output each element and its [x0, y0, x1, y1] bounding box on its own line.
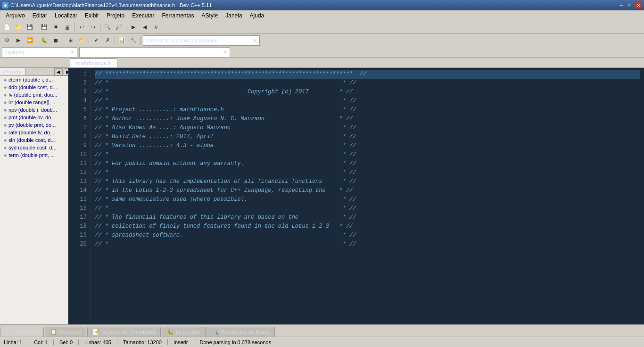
sidebar-item[interactable]: term (double pmt, ...	[0, 151, 68, 159]
bottom-tab-depurador[interactable]: 🐛Depurador	[162, 327, 206, 337]
print-button[interactable]: 🖨	[62, 22, 72, 33]
new-button[interactable]: 📄	[2, 22, 12, 33]
code-line: // * The financial features of this libr…	[95, 213, 640, 222]
size-label: Tamanho:	[123, 339, 146, 345]
sidebar-items-list: cterm (double i, d...ddb (double cost, d…	[0, 76, 68, 159]
minimize-button[interactable]: ─	[618, 2, 625, 8]
size-value: 13200	[147, 339, 162, 345]
bottom-tab-icon: 🐛	[167, 329, 174, 335]
settings-button[interactable]: 🔧	[128, 35, 139, 46]
replace-button[interactable]: 🔎	[114, 22, 124, 33]
code-editor[interactable]: 1234567891011121314151617181920 // *****…	[68, 68, 644, 324]
line-number: 6	[68, 115, 87, 124]
bottom-tab-compilador[interactable]: ⚙Compilador	[0, 327, 44, 337]
indent-button[interactable]: ▶	[128, 22, 139, 33]
sidebar-nav-next[interactable]: ▶	[64, 68, 68, 75]
sidebar-item[interactable]: pmt (double pv, do...	[0, 114, 68, 121]
menu-item-astyle[interactable]: AStyle	[198, 10, 222, 21]
sidebar-item[interactable]: rate (double fv, do...	[0, 129, 68, 136]
sidebar-item[interactable]: cterm (double i, d...	[0, 76, 68, 83]
menu-item-exibir[interactable]: Exibir	[81, 10, 103, 21]
profile-button[interactable]: 📊	[117, 35, 127, 46]
menu-bar: ArquivoEditarLocalizarExibirProjetoExecu…	[0, 10, 644, 21]
sidebar-item[interactable]: ddb (double cost, d...	[0, 83, 68, 91]
status-message: Done parsing in 0,078 seconds	[200, 339, 277, 345]
bottom-tab-icon: 📋	[50, 329, 57, 335]
sidebar-item[interactable]: syd (double cost, d...	[0, 144, 68, 151]
find-button[interactable]: 🔍	[102, 22, 113, 33]
code-line: // * For public domain without any warra…	[95, 159, 640, 168]
bottom-tab-registro-do-compilador[interactable]: 📝Registro do Compilador	[87, 327, 161, 337]
line-number: 17	[68, 213, 87, 222]
line-number: 1	[68, 70, 87, 79]
sidebar-item[interactable]: fv (double pmt, dou...	[0, 91, 68, 99]
sidebar-item[interactable]: pv (double pmt, do...	[0, 121, 68, 129]
separator-2	[74, 23, 74, 32]
outdent-button[interactable]: ◀	[140, 22, 150, 33]
bottom-tab-icon: ⚙	[5, 329, 10, 335]
code-line: // * Copyright (c) 2017 * //	[95, 88, 640, 97]
line-number: 2	[68, 79, 87, 88]
save-button[interactable]: 💾	[25, 22, 35, 33]
code-line: // * This library has the implementation…	[95, 177, 640, 186]
redo-button[interactable]: ↪	[88, 22, 98, 33]
sidebar-tab-classes[interactable]: Classes	[26, 68, 52, 75]
compiler-combo[interactable]: TDM-GCC 4.9.2 64-bit Release ▼	[143, 35, 260, 46]
menu-item-projeto[interactable]: Projeto	[103, 10, 128, 21]
compile-button[interactable]: ⚙	[2, 35, 12, 46]
line-number: 5	[68, 106, 87, 115]
line-number: 15	[68, 195, 87, 204]
second-combo[interactable]: ▼	[79, 47, 230, 58]
menu-item-ferramentas[interactable]: Ferramentas	[158, 10, 198, 21]
code-line: // * spreadsheet software. * //	[95, 231, 640, 240]
globals-combo[interactable]: (globals) ▼	[2, 47, 77, 58]
menu-item-janela[interactable]: Janela	[222, 10, 246, 21]
menu-item-arquivo[interactable]: Arquivo	[2, 10, 29, 21]
line-number: 13	[68, 177, 87, 186]
open-button[interactable]: 📁	[13, 22, 24, 33]
check-button[interactable]: ✔	[91, 35, 101, 46]
line-number: 12	[68, 168, 87, 177]
bottom-tab-resultados-da-busca[interactable]: 🔍Resultados da Busca	[206, 327, 275, 337]
sidebar-item[interactable]: irr (double range[], ...	[0, 99, 68, 106]
code-line: // * collection of finely-tuned features…	[95, 222, 640, 231]
toggle-comment-button[interactable]: //	[151, 22, 161, 33]
file-tab[interactable]: mathfinance.h	[70, 58, 117, 67]
sidebar-tab-project[interactable]: Projeto	[0, 68, 26, 75]
line-number: 3	[68, 88, 87, 97]
sidebar-item[interactable]: sln (double cost, d...	[0, 136, 68, 144]
menu-item-editar[interactable]: Editar	[29, 10, 51, 21]
status-line: Linha: 1	[4, 339, 28, 345]
close-tab-button[interactable]: ✖	[50, 22, 61, 33]
compile-run-button[interactable]: ⏩	[25, 35, 35, 46]
menu-item-ajuda[interactable]: Ajuda	[246, 10, 268, 21]
menu-item-localizar[interactable]: Localizar	[51, 10, 81, 21]
stop-button[interactable]: ⏹	[50, 35, 61, 46]
separator-9	[140, 36, 141, 45]
cross-button[interactable]: ✗	[102, 35, 113, 46]
sidebar-item[interactable]: npv (double i, doub...	[0, 106, 68, 114]
line-number: 7	[68, 124, 87, 132]
save-all-button[interactable]: 💾	[39, 22, 50, 33]
line-number: 9	[68, 141, 87, 150]
compiler-combo-label: TDM-GCC 4.9.2 64-bit Release	[145, 38, 217, 43]
menu-item-executar[interactable]: Executar	[128, 10, 158, 21]
code-line: // * Build Date ......: 2017, April * //	[95, 132, 640, 141]
new-proj-button[interactable]: ⊞	[65, 35, 75, 46]
code-area[interactable]: // *************************************…	[91, 68, 644, 324]
debug-button[interactable]: 🐛	[39, 35, 50, 46]
separator-6	[63, 36, 63, 45]
titlebar-left: ◆ C:\Users\Augusto\Desktop\MathFinance12…	[2, 2, 212, 8]
undo-button[interactable]: ↩	[76, 22, 87, 33]
run-button[interactable]: ▶	[13, 35, 24, 46]
sidebar-nav-prev[interactable]: ◀	[54, 68, 63, 75]
code-line: // * Also Known As ....: Augusto Manzano…	[95, 124, 640, 132]
separator-7	[89, 36, 89, 45]
close-button[interactable]: ✕	[635, 2, 642, 8]
bottom-tab-recursos[interactable]: 📋Recursos	[45, 327, 86, 337]
open-proj-button[interactable]: 📂	[76, 35, 87, 46]
sel-value: 0	[70, 339, 73, 345]
maximize-button[interactable]: □	[626, 2, 634, 8]
separator-8	[115, 36, 115, 45]
col-label: Col:	[34, 339, 43, 345]
